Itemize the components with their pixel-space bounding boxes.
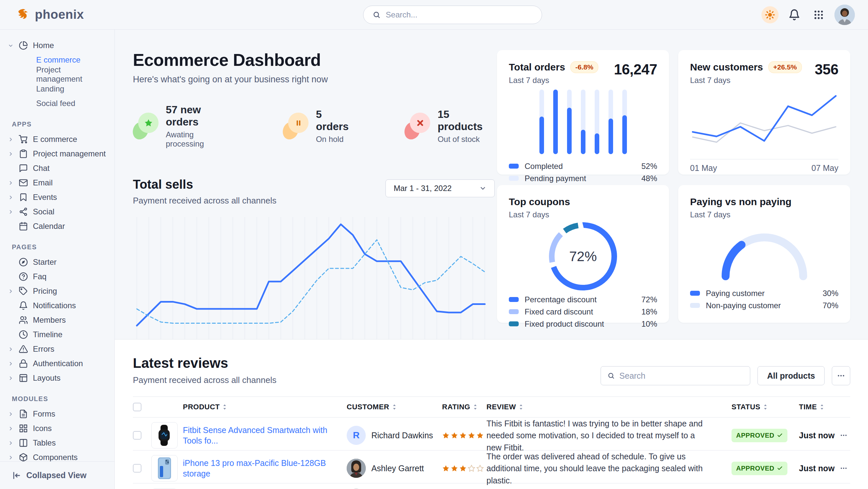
column-header-customer[interactable]: CUSTOMER [347,403,442,411]
reviews-search-input[interactable] [619,371,743,381]
sidebar-item-icons[interactable]: Icons [7,421,108,436]
help-icon [19,272,28,281]
total-orders-title: Total orders [509,62,565,73]
star-icon [459,465,467,472]
sidebar-subitem-landing[interactable]: Landing [7,82,108,96]
sidebar-item-home[interactable]: Home [7,38,108,53]
notifications-button[interactable] [786,6,803,23]
sidebar-item-label: Faq [33,272,46,281]
sidebar-subitem-project-management[interactable]: Project management [7,67,108,82]
rating-stars [442,432,487,439]
sidebar-item-members[interactable]: Members [7,313,108,327]
sidebar-item-authentication[interactable]: Authentication [7,356,108,371]
ellipsis-icon [837,371,845,380]
caret-right-icon [8,440,13,445]
sidebar-item-forms[interactable]: Forms [7,407,108,421]
spark-tick-start: 01 May [690,163,717,173]
sidebar-item-calendar[interactable]: Calendar [7,219,108,233]
row-checkbox[interactable] [133,464,142,472]
sort-icon[interactable] [222,404,227,410]
legend-label: Non-paying customer [706,301,781,310]
sort-icon[interactable] [392,404,397,410]
column-header-review[interactable]: REVIEW [487,403,732,411]
sidebar-item-label: Layouts [33,373,61,383]
phoenix-logo[interactable]: phoenix [0,7,84,22]
row-checkbox[interactable] [133,431,142,440]
sidebar-item-social[interactable]: Social [7,204,108,219]
reviews-search[interactable] [600,366,750,385]
product-thumbnail[interactable] [151,455,178,482]
sidebar-item-tables[interactable]: Tables [7,436,108,450]
sort-icon[interactable] [473,404,477,410]
sort-icon[interactable] [519,404,523,410]
sidebar-item-pricing[interactable]: Pricing [7,284,108,298]
sidebar-item-email[interactable]: Email [7,175,108,190]
date-range-select[interactable]: Mar 1 - 31, 2022 [385,179,495,197]
search-input[interactable] [386,10,532,20]
sidebar-item-project-management[interactable]: Project management [7,147,108,161]
paying-gauge-chart [690,219,838,287]
sidebar-item-label: Chat [33,164,50,173]
sidebar-item-timeline[interactable]: Timeline [7,327,108,342]
sidebar-item-chat[interactable]: Chat [7,161,108,175]
row-menu-button[interactable] [837,464,850,472]
review-text: The order was delivered ahead of schedul… [487,451,732,486]
table-header-row: PRODUCT CUSTOMER RATING REVIEW STATUS TI… [133,397,850,418]
page-title: Ecommerce Dashboard [133,50,495,70]
order-bar [567,90,572,154]
new-customers-change-badge: +26.5% [768,61,802,73]
legend-value: 30% [823,289,838,298]
ellipsis-icon [840,431,847,439]
grid-icon [19,424,28,433]
mail-icon [19,178,28,188]
user-avatar[interactable] [834,5,855,25]
column-header-status[interactable]: STATUS [732,403,799,411]
reviews-table: PRODUCT CUSTOMER RATING REVIEW STATUS TI… [133,397,850,489]
order-bar [581,90,586,154]
lock-icon [19,359,28,368]
column-header-time[interactable]: TIME [799,403,837,411]
caret-right-icon [8,289,13,294]
stat-value: 15 products [437,108,495,133]
caret-right-icon [8,426,13,431]
product-thumbnail[interactable] [151,422,178,449]
legend-swatch [509,176,519,181]
legend-swatch [690,291,700,296]
apps-grid-icon [813,9,824,21]
column-header-rating[interactable]: RATING [442,403,487,411]
legend-swatch [509,164,519,169]
product-link[interactable]: iPhone 13 pro max-Pacific Blue-128GB sto… [183,458,347,479]
sort-icon[interactable] [820,404,824,410]
ellipsis-icon [840,464,847,472]
select-all-checkbox[interactable] [133,403,142,411]
row-menu-button[interactable] [837,431,850,439]
sidebar-item-label: Authentication [33,359,83,368]
caret-right-icon [8,455,13,460]
sidebar-item-layouts[interactable]: Layouts [7,371,108,385]
more-options-button[interactable] [832,366,850,385]
sort-icon[interactable] [763,404,768,410]
sidebar-item-notifications[interactable]: Notifications [7,298,108,313]
sidebar-item-label: Social [33,207,54,217]
sidebar-item-label: Forms [33,409,55,419]
sidebar-item-starter[interactable]: Starter [7,255,108,269]
column-header-product[interactable]: PRODUCT [183,403,347,411]
sidebar: HomeE commerceProject managementLandingS… [0,30,115,489]
collapse-view-button[interactable]: Collapsed View [0,461,115,489]
apps-menu-button[interactable] [810,6,827,23]
sidebar-item-errors[interactable]: Errors [7,342,108,356]
table-row: Fitbit Sense Advanced Smartwatch with To… [133,418,850,451]
sidebar-section-label: PAGES [12,243,108,251]
table-row: iPhone 13 pro max-Pacific Blue-128GB sto… [133,451,850,483]
theme-toggle-button[interactable] [762,6,778,23]
sidebar-item-faq[interactable]: Faq [7,269,108,284]
reviews-title: Latest reviews [133,355,276,371]
all-products-button[interactable]: All products [757,366,825,385]
sidebar-subitem-social-feed[interactable]: Social feed [7,96,108,111]
global-search[interactable] [363,6,542,24]
sidebar-item-events[interactable]: Events [7,190,108,204]
star-icon [459,432,467,439]
product-link[interactable]: Fitbit Sense Advanced Smartwatch with To… [183,425,347,446]
sidebar-item-label: Components [33,453,78,462]
sidebar-item-e-commerce[interactable]: E commerce [7,132,108,147]
